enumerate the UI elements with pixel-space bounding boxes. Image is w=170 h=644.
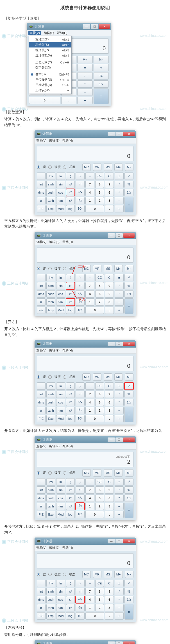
maximize-button[interactable]: ☐: [115, 641, 123, 644]
key-3[interactable]: 3: [105, 407, 114, 414]
key-2[interactable]: 2: [95, 298, 104, 306]
close-button[interactable]: ✕: [123, 539, 135, 543]
key-neg[interactable]: ±: [115, 173, 124, 180]
key-x-pow-y[interactable]: xʸ: [66, 290, 75, 298]
key-4[interactable]: 4: [85, 399, 94, 406]
radio-grad-icon[interactable]: [63, 471, 66, 475]
key-blank[interactable]: [37, 478, 46, 486]
menu-edit[interactable]: 编辑(E): [49, 139, 60, 143]
key-sinh[interactable]: sinh: [46, 486, 55, 494]
key-fact[interactable]: n!: [76, 588, 85, 595]
key-6[interactable]: 6: [105, 495, 114, 502]
key-mod[interactable]: Mod: [56, 511, 65, 518]
menu-help[interactable]: 帮助(H): [62, 139, 73, 143]
key-cosh[interactable]: cosh: [46, 495, 55, 502]
key-ms[interactable]: MS: [104, 571, 112, 578]
key-sin[interactable]: sin: [56, 282, 65, 289]
menu-programmer[interactable]: 程序员(P)Alt+3: [29, 47, 71, 53]
maximize-button[interactable]: ☐: [115, 539, 123, 543]
key-ms[interactable]: MS: [104, 373, 112, 381]
radio-deg-icon[interactable]: [37, 267, 40, 270]
key-lparen[interactable]: (: [66, 173, 75, 180]
key-1[interactable]: 1: [85, 197, 94, 204]
key-ce[interactable]: CE: [95, 274, 104, 281]
key-0[interactable]: 0: [85, 511, 104, 518]
menu-edit[interactable]: 编辑(E): [49, 444, 60, 448]
key-add[interactable]: +: [115, 307, 124, 314]
key-pct[interactable]: %: [124, 391, 133, 398]
key-cos[interactable]: cos: [56, 189, 65, 196]
key-inv[interactable]: Inv: [46, 173, 55, 180]
key-eq[interactable]: =: [124, 503, 133, 518]
key-fact[interactable]: n!: [76, 181, 85, 188]
key-pi[interactable]: π: [37, 604, 46, 611]
key-sqrt[interactable]: √: [124, 173, 133, 180]
radio-rad-icon[interactable]: [48, 471, 52, 475]
key-fact[interactable]: n!: [76, 486, 85, 494]
key-x-cubed[interactable]: x³: [66, 197, 75, 204]
key-x-cubed[interactable]: x³: [66, 298, 75, 306]
key-5[interactable]: 5: [95, 290, 104, 298]
key-sinh[interactable]: sinh: [46, 282, 55, 289]
key-ms[interactable]: MS: [104, 469, 112, 477]
key-exp[interactable]: Exp: [46, 415, 55, 422]
key-mminus[interactable]: M−: [125, 571, 133, 578]
key-fe[interactable]: F-E: [37, 415, 46, 422]
key-mminus[interactable]: M−: [125, 164, 133, 171]
key-tanh[interactable]: tanh: [46, 298, 55, 306]
key-mplus[interactable]: M+: [114, 469, 123, 477]
radio-rad-icon[interactable]: [48, 375, 52, 379]
menu-unitconv[interactable]: 单位转换(U)Ctrl+U: [29, 77, 71, 82]
menu-help[interactable]: 帮助(H): [62, 348, 73, 353]
key-tan[interactable]: tan: [56, 298, 65, 306]
key-mul[interactable]: *: [115, 399, 124, 406]
key-2[interactable]: 2: [95, 503, 104, 510]
radio-grad-icon[interactable]: [63, 573, 66, 576]
maximize-button[interactable]: ☐: [115, 437, 123, 442]
minimize-button[interactable]: —: [108, 539, 115, 543]
key-3[interactable]: 3: [105, 197, 114, 204]
key-mminus[interactable]: M−: [94, 56, 109, 63]
key-2[interactable]: 2: [95, 197, 104, 204]
key-dot[interactable]: .: [105, 612, 114, 620]
key-mul[interactable]: *: [115, 189, 124, 196]
key-mod[interactable]: Mod: [56, 307, 65, 314]
key-c[interactable]: C: [105, 382, 114, 390]
key-recip[interactable]: 1/x: [124, 290, 133, 298]
key-tanh[interactable]: tanh: [46, 604, 55, 611]
key-fe[interactable]: F-E: [37, 307, 46, 314]
key-log[interactable]: log: [66, 205, 75, 212]
key-log[interactable]: log: [66, 511, 75, 518]
key-int[interactable]: Int: [37, 588, 46, 595]
key-ce[interactable]: CE: [95, 382, 104, 390]
key-pct[interactable]: %: [94, 72, 109, 80]
key-sqrt[interactable]: √: [124, 274, 133, 281]
key-c[interactable]: C: [105, 274, 114, 281]
key-ms[interactable]: MS: [104, 164, 112, 171]
key-0[interactable]: 0: [85, 205, 104, 212]
radio-rad-icon[interactable]: [48, 165, 52, 169]
key-ms[interactable]: MS: [104, 265, 112, 272]
key-neg[interactable]: ±: [115, 580, 124, 587]
key-lparen[interactable]: (: [66, 274, 75, 281]
menu-view[interactable]: 查看(V): [28, 31, 41, 35]
minimize-button[interactable]: —: [108, 132, 115, 136]
key-0[interactable]: 0: [29, 97, 60, 104]
key-log[interactable]: log: [66, 307, 75, 314]
key-mc[interactable]: MC: [82, 373, 91, 381]
key-log[interactable]: log: [66, 612, 75, 620]
key-ce[interactable]: CE: [95, 173, 104, 180]
key-blank[interactable]: [37, 173, 46, 180]
key-x-cubed[interactable]: x³: [66, 407, 75, 414]
key-6[interactable]: 6: [105, 189, 114, 196]
key-add[interactable]: +: [115, 612, 124, 620]
key-4[interactable]: 4: [85, 290, 94, 298]
key-recip[interactable]: 1/x: [124, 596, 133, 603]
key-10x[interactable]: 10ˣ: [76, 511, 85, 518]
angle-mode[interactable]: 度 弧度 梯度 MC MR MS M+ M−: [37, 265, 133, 272]
maximize-button[interactable]: ☐: [115, 233, 123, 238]
key-dot[interactable]: .: [105, 415, 114, 422]
key-inv[interactable]: Inv: [46, 274, 55, 281]
key-9[interactable]: 9: [105, 486, 114, 494]
key-add[interactable]: +: [115, 415, 124, 422]
